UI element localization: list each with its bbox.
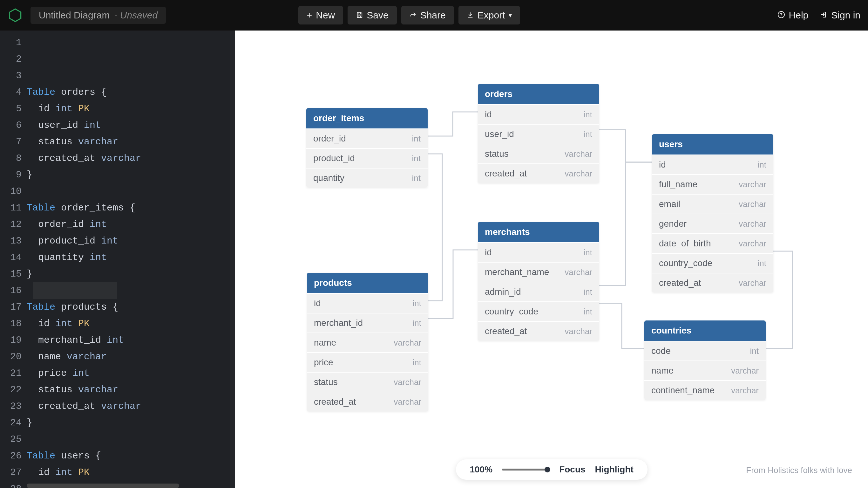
line-number: 6 — [0, 117, 22, 134]
table-users[interactable]: usersidintfull_namevarcharemailvarcharge… — [652, 134, 773, 292]
highlight-button[interactable]: Highlight — [595, 464, 633, 475]
column-type: int — [584, 110, 592, 119]
table-merchants[interactable]: merchantsidintmerchant_namevarcharadmin_… — [478, 222, 599, 341]
code-line[interactable]: created_at varchar — [27, 150, 230, 167]
code-line[interactable]: Table users { — [27, 448, 230, 464]
line-number: 28 — [0, 481, 22, 488]
code-line[interactable] — [27, 183, 230, 200]
line-number: 23 — [0, 398, 22, 414]
table-column[interactable]: idint — [652, 154, 773, 174]
code-line[interactable]: } — [27, 266, 230, 282]
code-line[interactable]: user_id int — [27, 117, 230, 134]
table-column[interactable]: full_namevarchar — [652, 174, 773, 194]
code-line[interactable]: name varchar — [27, 348, 230, 365]
help-link[interactable]: ? Help — [777, 10, 809, 21]
table-column[interactable]: created_atvarchar — [307, 392, 428, 411]
doc-title[interactable]: Untitled Diagram - Unsaved — [31, 7, 166, 24]
relationship-line — [428, 112, 478, 136]
table-header[interactable]: countries — [644, 320, 766, 341]
line-number: 14 — [0, 249, 22, 266]
code-line[interactable]: id int PK — [27, 101, 230, 117]
table-column[interactable]: merchant_idint — [307, 313, 428, 333]
zoom-slider[interactable] — [502, 468, 550, 470]
editor-hscrollbar[interactable] — [27, 484, 227, 488]
line-number: 15 — [0, 266, 22, 282]
table-column[interactable]: idint — [307, 293, 428, 313]
table-order_items[interactable]: order_itemsorder_idintproduct_idintquant… — [306, 108, 428, 188]
code-line[interactable]: id int PK — [27, 315, 230, 332]
table-products[interactable]: productsidintmerchant_idintnamevarcharpr… — [307, 273, 428, 411]
new-button[interactable]: + New — [298, 6, 343, 25]
table-column[interactable]: statusvarchar — [478, 144, 599, 164]
app-logo[interactable] — [8, 8, 23, 23]
code-line[interactable]: quantity int — [27, 249, 230, 266]
table-column[interactable]: order_idint — [306, 128, 428, 148]
table-column[interactable]: created_atvarchar — [478, 321, 599, 341]
column-type: int — [758, 258, 766, 268]
table-column[interactable]: user_idint — [478, 124, 599, 144]
code-line[interactable]: Table orders { — [27, 84, 230, 101]
table-column[interactable]: date_of_birthvarchar — [652, 233, 773, 253]
code-line[interactable]: status varchar — [27, 134, 230, 150]
focus-button[interactable]: Focus — [559, 464, 585, 475]
zoom-slider-thumb[interactable] — [545, 467, 550, 472]
table-column[interactable]: continent_namevarchar — [644, 380, 766, 400]
table-column[interactable]: created_atvarchar — [652, 273, 773, 292]
table-column[interactable]: idint — [478, 242, 599, 262]
table-header[interactable]: orders — [478, 84, 599, 104]
code-line[interactable]: order_id int — [27, 216, 230, 233]
table-column[interactable]: emailvarchar — [652, 194, 773, 213]
code-line[interactable]: Table order_items { — [27, 200, 230, 216]
share-label: Share — [420, 10, 446, 21]
table-column[interactable]: country_codeint — [478, 302, 599, 321]
table-header[interactable]: order_items — [306, 108, 428, 128]
code-line[interactable]: status varchar — [27, 381, 230, 398]
column-name: created_at — [314, 397, 356, 407]
code-line[interactable]: merchant_id int — [27, 332, 230, 348]
table-header[interactable]: products — [307, 273, 428, 293]
editor-vscrollbar[interactable] — [230, 30, 235, 488]
column-type: varchar — [739, 219, 766, 229]
code-line[interactable]: } — [27, 414, 230, 431]
table-column[interactable]: idint — [478, 104, 599, 124]
new-label: New — [316, 10, 335, 21]
table-column[interactable]: admin_idint — [478, 282, 599, 302]
zoom-percent: 100% — [470, 464, 493, 475]
table-column[interactable]: gendervarchar — [652, 213, 773, 233]
code-line[interactable]: created_at varchar — [27, 398, 230, 414]
code-line[interactable]: product_id int — [27, 233, 230, 249]
table-column[interactable]: country_codeint — [652, 253, 773, 273]
table-column[interactable]: quantityint — [306, 168, 428, 188]
line-number: 12 — [0, 216, 22, 233]
relationship-line — [428, 250, 478, 319]
table-column[interactable]: namevarchar — [644, 361, 766, 380]
code-line[interactable] — [27, 431, 230, 448]
code-line[interactable]: Table products { — [27, 299, 230, 315]
table-header[interactable]: merchants — [478, 222, 599, 242]
save-button[interactable]: Save — [348, 6, 397, 25]
table-column[interactable]: namevarchar — [307, 333, 428, 352]
share-button[interactable]: Share — [401, 6, 454, 25]
line-number: 22 — [0, 381, 22, 398]
signin-link[interactable]: Sign in — [820, 10, 860, 21]
table-column[interactable]: priceint — [307, 352, 428, 372]
plus-icon: + — [307, 10, 312, 21]
table-column[interactable]: merchant_namevarchar — [478, 262, 599, 282]
editor-hscrollbar-thumb[interactable] — [27, 484, 179, 488]
code-editor[interactable]: 1234567891011121314151617181920212223242… — [0, 30, 235, 488]
table-countries[interactable]: countriescodeintnamevarcharcontinent_nam… — [644, 320, 766, 400]
export-button[interactable]: Export ▾ — [459, 6, 520, 25]
table-column[interactable]: statusvarchar — [307, 372, 428, 392]
diagram-canvas[interactable]: order_itemsorder_idintproduct_idintquant… — [235, 30, 868, 488]
signin-label: Sign in — [831, 10, 860, 21]
code-area[interactable]: Table orders { id int PK user_id int sta… — [27, 30, 235, 488]
column-type: varchar — [394, 338, 421, 348]
table-orders[interactable]: ordersidintuser_idintstatusvarcharcreate… — [478, 84, 599, 183]
code-line[interactable]: } — [27, 167, 230, 183]
table-column[interactable]: product_idint — [306, 148, 428, 168]
table-header[interactable]: users — [652, 134, 773, 154]
code-line[interactable]: id int PK — [27, 464, 230, 481]
table-column[interactable]: created_atvarchar — [478, 164, 599, 183]
code-line[interactable]: price int — [27, 365, 230, 381]
table-column[interactable]: codeint — [644, 341, 766, 361]
